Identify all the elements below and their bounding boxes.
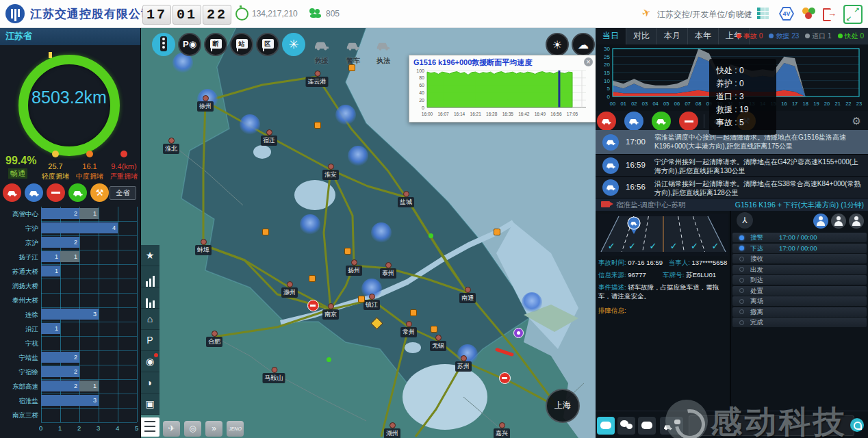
- home-tool-icon[interactable]: ⌂: [140, 309, 159, 330]
- timeline-step[interactable]: 出发: [732, 265, 867, 274]
- filter-accident-icon[interactable]: [3, 183, 21, 202]
- theme-palette-icon[interactable]: [802, 8, 816, 20]
- city-marker[interactable]: 常州: [400, 327, 417, 337]
- cloud-tool-icon[interactable]: ☁: [572, 33, 595, 56]
- traffic-light-tool-icon[interactable]: [152, 33, 175, 56]
- timeline-step[interactable]: 接警17:00 / 00:00: [732, 233, 867, 242]
- legend-item[interactable]: 道口 1: [805, 31, 831, 41]
- table-row[interactable]: 宁沪4: [0, 221, 140, 235]
- jeno-app-icon[interactable]: JENO: [227, 421, 244, 437]
- table-row[interactable]: 东部高速21: [0, 379, 140, 394]
- table-row[interactable]: 京沪2: [0, 235, 140, 250]
- table-row[interactable]: 沿江1: [0, 322, 140, 336]
- open-event-icon[interactable]: [429, 233, 433, 238]
- tab-对比[interactable]: 对比: [626, 27, 657, 44]
- warning-event-icon[interactable]: [309, 275, 316, 282]
- map-menu-button[interactable]: [140, 417, 159, 437]
- table-row[interactable]: 宿淮盐3: [0, 394, 140, 408]
- cluster-icon[interactable]: [348, 146, 368, 166]
- city-marker[interactable]: 苏州: [455, 361, 472, 372]
- message-bubble-icon[interactable]: [638, 417, 656, 435]
- city-marker[interactable]: 南京: [322, 309, 339, 320]
- unit-person-icon[interactable]: [813, 214, 828, 229]
- city-marker[interactable]: 南通: [459, 293, 476, 303]
- moon-tool-icon[interactable]: ◗: [140, 372, 159, 394]
- table-row[interactable]: 苏通大桥1: [0, 264, 140, 279]
- timeline-step[interactable]: 接收: [732, 254, 867, 263]
- city-marker[interactable]: 湖州: [384, 428, 400, 438]
- timeline-step[interactable]: 完成: [732, 318, 867, 327]
- pin-app-icon[interactable]: ◎: [184, 421, 201, 437]
- enforcement-vehicle-icon[interactable]: 执法: [373, 38, 394, 66]
- camera-event-icon[interactable]: [513, 328, 524, 338]
- city-marker[interactable]: 淮安: [322, 170, 339, 180]
- rescue-type-icon[interactable]: [624, 112, 643, 131]
- warning-event-icon[interactable]: [262, 229, 269, 235]
- timeline-step[interactable]: 撤离: [732, 307, 867, 317]
- table-row[interactable]: 宁靖盐2: [0, 350, 140, 365]
- city-marker[interactable]: 淮北: [163, 144, 179, 154]
- city-marker[interactable]: 镇江: [363, 300, 380, 310]
- closure-type-icon[interactable]: [679, 112, 698, 131]
- table-row[interactable]: 泰州大桥: [0, 293, 140, 307]
- video-icon[interactable]: [601, 201, 610, 207]
- timeline-step[interactable]: 处置: [732, 286, 867, 296]
- map-canvas[interactable]: P◉ 断 站 区 ✳ 救援 警车 执法 ☀ ☁ G1516 k196+000救援…: [140, 27, 596, 438]
- warning-event-icon[interactable]: [358, 296, 365, 302]
- nav-app-icon[interactable]: ✈: [163, 421, 180, 437]
- event-list-item[interactable]: 16:59宁沪常州接到一起清障请求。清障地点在G42沪蓉高速K155+000(上…: [596, 155, 868, 177]
- tab-当日[interactable]: 当日: [596, 27, 626, 44]
- city-marker[interactable]: 嘉兴: [494, 428, 510, 438]
- camera-tool-icon[interactable]: ◉: [140, 351, 159, 372]
- cluster-icon[interactable]: [335, 105, 356, 125]
- user-breadcrumb[interactable]: 江苏交控/开发单位/俞晓健: [657, 9, 752, 21]
- stats-tool-icon[interactable]: [140, 266, 159, 287]
- city-marker[interactable]: 扬州: [346, 266, 362, 276]
- city-marker[interactable]: 宿迁: [261, 136, 277, 146]
- warning-event-icon[interactable]: [431, 326, 437, 333]
- wechat-icon[interactable]: [617, 417, 635, 435]
- fullscreen-icon[interactable]: ↗↙: [843, 5, 863, 24]
- video-tool-icon[interactable]: ▣: [140, 394, 159, 415]
- event-list-item[interactable]: 16:56沿江锡常接到一起清障请求。清障地点在S38常合高速K84+000(常熟…: [596, 177, 868, 198]
- open-event-icon[interactable]: [327, 357, 331, 362]
- cluster-icon[interactable]: [371, 222, 392, 243]
- tab-本月[interactable]: 本月: [657, 27, 688, 44]
- police-vehicle-icon[interactable]: 警车: [343, 38, 363, 66]
- table-row[interactable]: 宁宿徐2: [0, 365, 140, 379]
- city-marker[interactable]: 徐州: [197, 101, 214, 112]
- forward-app-icon[interactable]: »: [205, 421, 222, 437]
- warning-event-icon[interactable]: [410, 309, 417, 316]
- parking-tool-icon[interactable]: P: [140, 330, 159, 351]
- cluster-icon[interactable]: [522, 292, 542, 313]
- popup-close-icon[interactable]: ×: [584, 57, 593, 66]
- accident-type-icon[interactable]: [597, 112, 616, 131]
- tab-本年[interactable]: 本年: [688, 27, 719, 44]
- parking-camera-tool-icon[interactable]: P◉: [178, 33, 201, 56]
- filter-closure-icon[interactable]: [47, 183, 65, 202]
- chart-tool-icon[interactable]: [140, 287, 159, 309]
- closure-event-icon[interactable]: [499, 372, 511, 384]
- filter-quickclear-icon[interactable]: [68, 183, 87, 202]
- chat-bubble-icon[interactable]: [597, 417, 615, 435]
- 4v-badge-icon[interactable]: 4V: [779, 7, 794, 21]
- table-row[interactable]: 宁杭: [0, 336, 140, 350]
- apps-grid-icon[interactable]: [757, 8, 769, 20]
- legend-item[interactable]: 快处 0: [838, 31, 864, 41]
- cluster-tool-icon[interactable]: ✳: [282, 33, 305, 56]
- city-marker[interactable]: 连云港: [306, 77, 329, 87]
- legend-item[interactable]: 救援 23: [769, 31, 799, 41]
- station-sign-tool-icon[interactable]: 站: [230, 33, 253, 56]
- city-marker[interactable]: 无锡: [430, 341, 446, 351]
- city-marker[interactable]: 滁州: [281, 287, 298, 298]
- city-marker[interactable]: 合肥: [206, 337, 222, 347]
- filter-construction-icon[interactable]: ⚒: [90, 183, 109, 202]
- city-marker[interactable]: 盐城: [398, 197, 414, 207]
- quickclear-type-icon[interactable]: [652, 112, 671, 131]
- table-row[interactable]: 高管中心21: [0, 207, 140, 221]
- timeline-step[interactable]: 到达: [732, 275, 867, 285]
- message-icon[interactable]: ✈: [640, 5, 652, 20]
- junction-icon[interactable]: ⅄: [737, 212, 753, 229]
- weather-tool-icon[interactable]: ☀: [546, 33, 569, 56]
- area-sign-tool-icon[interactable]: 区: [256, 33, 279, 56]
